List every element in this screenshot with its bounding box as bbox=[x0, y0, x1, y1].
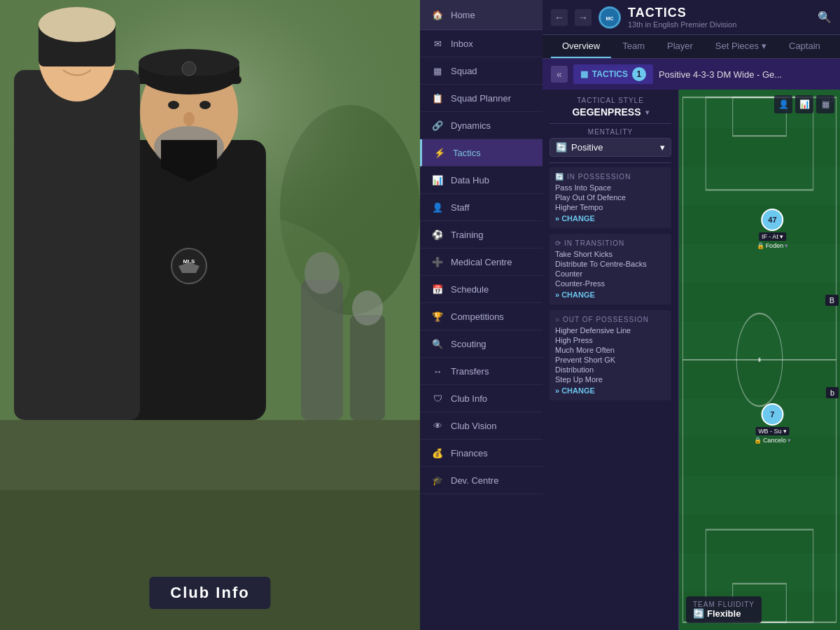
svg-rect-44 bbox=[679, 553, 840, 592]
tactics-number: 1 bbox=[632, 67, 646, 81]
set-pieces-dropdown-icon: ▾ bbox=[762, 41, 766, 51]
svg-point-28 bbox=[59, 44, 69, 51]
oop-item-6: Step Up More bbox=[555, 375, 666, 384]
sidebar-item-club-info[interactable]: 🛡 Club Info bbox=[420, 385, 542, 412]
game-section: 🏠 Home ✉ Inbox ▦ Squad 📋 Squad Planner 🔗… bbox=[420, 0, 840, 630]
scouting-icon: 🔍 bbox=[431, 337, 444, 350]
right-player-b1: B bbox=[825, 295, 839, 306]
club-badge: MC bbox=[598, 6, 621, 29]
player-cancelo[interactable]: 7 WB - Su ▾ 🔒 Cancelo ▾ bbox=[754, 403, 791, 444]
out-of-possession-change-btn[interactable]: » CHANGE bbox=[555, 386, 666, 395]
tab-captain[interactable]: Captain bbox=[778, 35, 832, 58]
sidebar-item-training[interactable]: ⚽ Training bbox=[420, 221, 542, 248]
possession-item-1: Pass Into Space bbox=[555, 183, 666, 192]
competitions-label: Competitions bbox=[451, 312, 504, 322]
player-cancelo-name-row: 🔒 Cancelo ▾ bbox=[754, 437, 791, 444]
tactical-style-label: TACTICAL STYLE bbox=[550, 97, 671, 104]
sidebar-item-data-hub[interactable]: 📊 Data Hub bbox=[420, 167, 542, 194]
sidebar-item-competitions[interactable]: 🏆 Competitions bbox=[420, 303, 542, 330]
tactics-bar: « ▦ TACTICS 1 Positive 4-3-3 DM Wide - G… bbox=[542, 59, 840, 90]
medical-label: Medical Centre bbox=[451, 257, 512, 267]
photo-background: MLS bbox=[0, 0, 420, 630]
sidebar-item-finances[interactable]: 💰 Finances bbox=[420, 440, 542, 467]
svg-rect-40 bbox=[679, 244, 840, 283]
club-info-icon: 🛡 bbox=[431, 392, 444, 405]
pitch-grid-icon-btn[interactable]: ▦ bbox=[816, 95, 834, 113]
sidebar-item-schedule[interactable]: 📅 Schedule bbox=[420, 276, 542, 303]
pitch-player-icon-btn[interactable]: 👤 bbox=[774, 95, 792, 113]
oop-item-1: Higher Defensive Line bbox=[555, 326, 666, 335]
staff-label: Staff bbox=[451, 202, 470, 213]
club-vision-label: Club Vision bbox=[451, 421, 497, 431]
title-group: TACTICS 13th in English Premier Division bbox=[628, 6, 736, 29]
top-bar: ← → MC TACTICS 13th in English Premier D… bbox=[542, 0, 840, 35]
sidebar-item-transfers[interactable]: ↔ Transfers bbox=[420, 358, 542, 385]
right-player-b2: b bbox=[826, 387, 839, 398]
sidebar-item-scouting[interactable]: 🔍 Scouting bbox=[420, 330, 542, 358]
forward-button[interactable]: → bbox=[575, 9, 592, 26]
dev-centre-icon: 🎓 bbox=[431, 474, 444, 486]
fluidity-icon: 🔄 bbox=[693, 608, 704, 619]
sidebar-item-dynamics[interactable]: 🔗 Dynamics bbox=[420, 112, 542, 139]
sidebar-item-club-vision[interactable]: 👁 Club Vision bbox=[420, 412, 542, 440]
dynamics-icon: 🔗 bbox=[431, 119, 444, 132]
tab-set-pieces[interactable]: Set Pieces ▾ bbox=[704, 35, 778, 58]
oop-change-arrows-icon: » bbox=[555, 386, 559, 395]
sidebar-home-item[interactable]: 🏠 Home bbox=[420, 0, 542, 30]
squad-label: Squad bbox=[451, 66, 477, 76]
possession-item-2: Play Out Of Defence bbox=[555, 193, 666, 202]
transfers-label: Transfers bbox=[451, 366, 489, 377]
tab-player[interactable]: Player bbox=[656, 35, 704, 58]
fluidity-value: 🔄 Flexible bbox=[693, 608, 755, 619]
pitch-controls: 👤 📊 ▦ bbox=[774, 95, 834, 113]
in-possession-change-btn[interactable]: » CHANGE bbox=[555, 214, 666, 223]
search-button[interactable]: 🔍 bbox=[818, 10, 832, 24]
mentality-dropdown[interactable]: 🔄 Positive ▾ bbox=[550, 138, 671, 157]
in-transition-change-btn[interactable]: » CHANGE bbox=[555, 290, 666, 299]
sidebar-item-tactics[interactable]: ⚡ Tactics bbox=[420, 139, 542, 167]
tab-overview[interactable]: Overview bbox=[551, 35, 611, 58]
svg-point-16 bbox=[183, 112, 195, 126]
divider-1 bbox=[550, 123, 671, 124]
player-cancelo-name: Cancelo bbox=[763, 437, 786, 444]
transition-item-4: Counter-Press bbox=[555, 279, 666, 288]
svg-point-12 bbox=[182, 62, 196, 76]
fluidity-text: Flexible bbox=[707, 608, 741, 619]
pitch-chart-icon-btn[interactable]: 📊 bbox=[795, 95, 813, 113]
player-foden-role[interactable]: IF - At ▾ bbox=[759, 232, 786, 241]
tactical-style-value: GEGENPRESS ▾ bbox=[550, 106, 671, 118]
staff-icon: 👤 bbox=[431, 201, 444, 214]
player-foden[interactable]: 47 IF - At ▾ 🔒 Foden ▾ bbox=[757, 209, 789, 249]
svg-rect-30 bbox=[0, 490, 420, 630]
out-of-possession-section: ○ OUT OF POSSESSION Higher Defensive Lin… bbox=[550, 310, 671, 400]
back-button[interactable]: ← bbox=[551, 9, 568, 26]
home-label: Home bbox=[451, 10, 475, 20]
club-vision-icon: 👁 bbox=[431, 419, 444, 432]
player-cancelo-role[interactable]: WB - Su ▾ bbox=[755, 427, 790, 435]
foden-name-dropdown-icon: ▾ bbox=[785, 242, 788, 249]
data-hub-label: Data Hub bbox=[451, 175, 489, 186]
in-transition-section: ⟳ IN TRANSITION Take Short Kicks Distrib… bbox=[550, 234, 671, 304]
squad-planner-icon: 📋 bbox=[431, 92, 444, 104]
player-cancelo-circle: 7 bbox=[761, 403, 783, 426]
sidebar-item-medical[interactable]: ➕ Medical Centre bbox=[420, 248, 542, 276]
tactics-subtitle: 13th in English Premier Division bbox=[628, 20, 736, 29]
tactics-icon: ⚡ bbox=[433, 146, 446, 159]
svg-rect-31 bbox=[301, 280, 343, 420]
sidebar-item-dev-centre[interactable]: 🎓 Dev. Centre bbox=[420, 467, 542, 494]
tab-team[interactable]: Team bbox=[611, 35, 656, 58]
mentality-icon: 🔄 bbox=[556, 142, 567, 153]
sidebar-item-staff[interactable]: 👤 Staff bbox=[420, 194, 542, 221]
club-info-nav-label: Club Info bbox=[451, 393, 487, 404]
collapse-button[interactable]: « bbox=[551, 66, 568, 83]
svg-text:MC: MC bbox=[606, 16, 614, 21]
tactics-main: ← → MC TACTICS 13th in English Premier D… bbox=[542, 0, 840, 630]
gegenpress-dropdown-icon: ▾ bbox=[645, 108, 649, 116]
sidebar-item-squad[interactable]: ▦ Squad bbox=[420, 57, 542, 85]
sidebar-item-squad-planner[interactable]: 📋 Squad Planner bbox=[420, 85, 542, 112]
inbox-label: Inbox bbox=[451, 38, 473, 49]
transfers-icon: ↔ bbox=[431, 365, 444, 377]
formation-label: Positive 4-3-3 DM Wide - Ge... bbox=[659, 69, 832, 80]
finances-label: Finances bbox=[451, 448, 488, 458]
sidebar-item-inbox[interactable]: ✉ Inbox bbox=[420, 30, 542, 57]
